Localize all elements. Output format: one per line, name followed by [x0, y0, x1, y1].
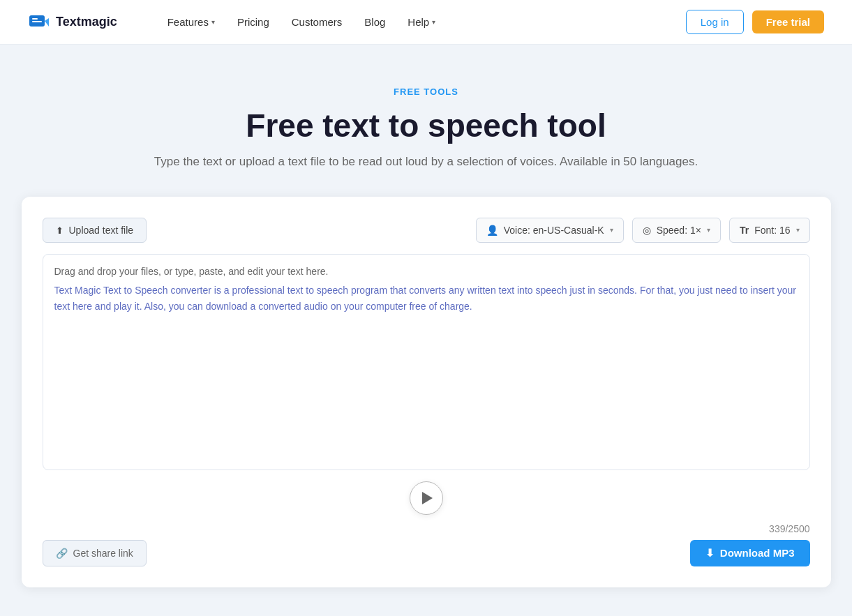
svg-marker-3: [45, 18, 49, 27]
voice-dropdown[interactable]: 👤 Voice: en-US-Casual-K ▾: [476, 218, 624, 243]
speed-chevron-icon: ▾: [707, 226, 710, 234]
svg-rect-1: [32, 18, 38, 20]
page-title: Free text to speech tool: [22, 108, 831, 144]
logo-icon: [28, 11, 50, 33]
toolbar: Upload text file 👤 Voice: en-US-Casual-K…: [43, 218, 810, 243]
main-nav: Features ▾ Pricing Customers Blog Help ▾: [159, 10, 686, 33]
play-button[interactable]: [410, 481, 443, 515]
help-chevron-icon: ▾: [432, 18, 435, 26]
main-content: FREE TOOLS Free text to speech tool Type…: [8, 45, 845, 615]
voice-icon: 👤: [486, 225, 498, 236]
nav-blog[interactable]: Blog: [356, 10, 394, 33]
voice-chevron-icon: ▾: [610, 226, 613, 234]
header: Textmagic Features ▾ Pricing Customers B…: [0, 0, 852, 45]
nav-pricing[interactable]: Pricing: [229, 10, 278, 33]
download-button[interactable]: ⬇ Download MP3: [690, 540, 810, 566]
font-icon: Tr: [740, 225, 749, 236]
section-label: FREE TOOLS: [22, 87, 831, 97]
text-placeholder: Drag and drop your files, or type, paste…: [54, 266, 798, 277]
nav-customers[interactable]: Customers: [283, 10, 351, 33]
nav-help[interactable]: Help ▾: [399, 10, 444, 33]
char-count: 339/2500: [43, 523, 810, 534]
upload-button[interactable]: Upload text file: [43, 218, 147, 243]
nav-features[interactable]: Features ▾: [159, 10, 223, 33]
speed-icon: ◎: [643, 225, 651, 236]
download-icon: ⬇: [705, 547, 715, 559]
tool-card: Upload text file 👤 Voice: en-US-Casual-K…: [22, 197, 831, 587]
link-icon: 🔗: [56, 548, 68, 559]
upload-icon: [56, 225, 63, 236]
hero-section: FREE TOOLS Free text to speech tool Type…: [22, 87, 831, 169]
login-button[interactable]: Log in: [686, 10, 744, 34]
header-actions: Log in Free trial: [686, 10, 824, 34]
font-chevron-icon: ▾: [796, 226, 800, 234]
logo-text: Textmagic: [56, 15, 117, 29]
speed-dropdown[interactable]: ◎ Speed: 1× ▾: [632, 218, 721, 243]
play-row: [43, 481, 810, 515]
free-trial-button[interactable]: Free trial: [752, 10, 824, 33]
share-button[interactable]: 🔗 Get share link: [43, 540, 147, 566]
page-subtitle: Type the text or upload a text file to b…: [22, 155, 831, 169]
play-icon: [422, 492, 433, 504]
features-chevron-icon: ▾: [211, 18, 215, 26]
text-area[interactable]: Drag and drop your files, or type, paste…: [43, 254, 810, 470]
logo[interactable]: Textmagic: [28, 11, 117, 33]
text-content: Text Magic Text to Speech converter is a…: [54, 283, 798, 315]
svg-rect-2: [32, 21, 42, 22]
font-dropdown[interactable]: Tr Font: 16 ▾: [729, 218, 810, 243]
bottom-row: 🔗 Get share link ⬇ Download MP3: [43, 540, 810, 566]
